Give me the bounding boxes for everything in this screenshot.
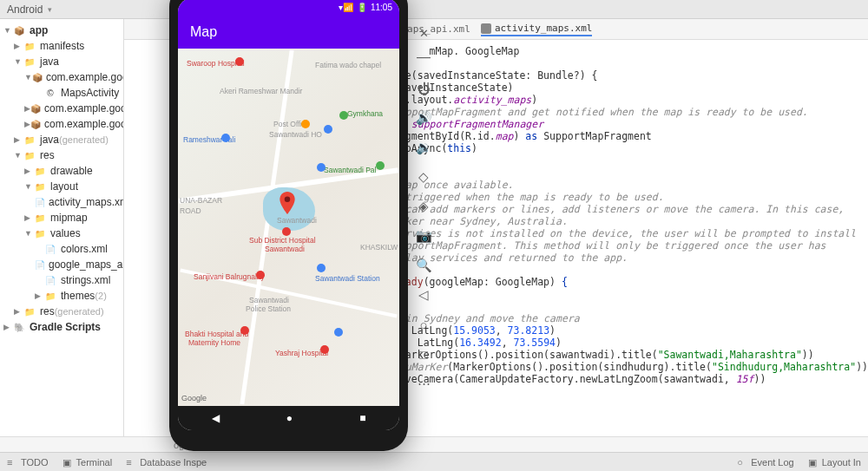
android-nav-bar: ◀ ● ■: [178, 406, 399, 430]
tool-icon: ≡: [7, 457, 17, 468]
tree-item-values[interactable]: ▼📁values: [0, 226, 123, 241]
tree-item-java[interactable]: ▼📁java: [0, 54, 123, 69]
tree-arrow-icon[interactable]: ▼: [24, 73, 32, 82]
tool-window-tab[interactable]: ○Event Log: [737, 457, 794, 468]
nav-overview-icon[interactable]: ■: [359, 412, 365, 424]
tree-label: java: [40, 134, 59, 146]
view-dropdown[interactable]: Android: [7, 3, 43, 16]
emulator-volume-down-icon[interactable]: 🔉: [415, 139, 432, 156]
tree-label: res: [40, 149, 55, 161]
tree-item-com-example-googlemapsact[interactable]: ▶📦com.example.googlemapsact: [0, 101, 123, 116]
tree-arrow-icon[interactable]: ▶: [24, 120, 30, 128]
gradle-icon: 🐘: [12, 321, 26, 333]
phone-screen[interactable]: ▾📶 🔋 11:05 Map Google Swaroop HospitalFa…: [178, 0, 399, 430]
tree-item-mipmap[interactable]: ▶📁mipmap: [0, 210, 123, 226]
map-poi-icon[interactable]: [317, 264, 326, 272]
emulator-home-icon[interactable]: ○: [415, 316, 432, 333]
tree-arrow-icon[interactable]: ▼: [24, 229, 33, 238]
tree-arrow-icon[interactable]: ▶: [3, 323, 12, 331]
module-icon: 📦: [12, 24, 26, 36]
tool-window-tab[interactable]: ▣Layout In: [808, 457, 861, 468]
tree-item-app[interactable]: ▼📦app: [0, 23, 123, 38]
emulator-more-icon[interactable]: ⋯: [415, 375, 432, 392]
tree-item-manifests[interactable]: ▶📁manifests: [0, 38, 123, 54]
bottom-right-tools: ○Event Log▣Layout In: [737, 457, 861, 468]
tool-window-tab[interactable]: ▣Terminal: [62, 457, 113, 468]
tree-item-java[interactable]: ▶📁java (generated): [0, 132, 123, 147]
tree-item-res[interactable]: ▼📁res: [0, 147, 123, 163]
map-poi-icon[interactable]: [221, 134, 230, 142]
tree-item-strings-xml[interactable]: 📄strings.xml: [0, 272, 123, 288]
emulator-overview-icon[interactable]: □: [415, 345, 432, 363]
file-icon: [481, 23, 491, 34]
emulator-screenshot-icon[interactable]: 📷: [415, 227, 432, 245]
emulator-rotate-right-icon[interactable]: ◈: [415, 198, 432, 215]
map-poi-icon[interactable]: [317, 163, 326, 172]
emulator-minimize-icon[interactable]: —: [415, 49, 432, 66]
tree-arrow-icon[interactable]: ▶: [14, 307, 23, 316]
folder-icon: 📁: [33, 180, 47, 193]
map-poi-icon[interactable]: [320, 345, 329, 354]
emulator-zoom-icon[interactable]: 🔍: [415, 257, 432, 274]
map-poi-icon[interactable]: [324, 125, 332, 134]
folder-icon: 📁: [33, 227, 47, 239]
map-poi-icon[interactable]: [376, 161, 385, 170]
tree-arrow-icon[interactable]: ▼: [3, 26, 12, 35]
tree-label: activity_maps.xml: [49, 196, 124, 208]
emulator-close-icon[interactable]: ✕: [415, 24, 432, 42]
tree-arrow-icon[interactable]: ▼: [14, 151, 23, 160]
tree-label: strings.xml: [61, 274, 110, 286]
emulator-power-icon[interactable]: ⏻: [415, 80, 432, 97]
emulator-toolbar: ✕ — ⏻🔊🔉◇◈📷🔍◁○□⋯: [411, 24, 436, 392]
emulator-back-icon[interactable]: ◁: [415, 286, 432, 304]
tree-arrow-icon[interactable]: ▼: [24, 182, 33, 191]
tree-label: com.example.googlemapsact: [44, 118, 124, 130]
map-poi-icon[interactable]: [339, 111, 348, 120]
tree-item-com-example-googlemapsact[interactable]: ▶📦com.example.googlemapsact: [0, 116, 123, 132]
tree-arrow-icon[interactable]: ▶: [14, 42, 23, 50]
tree-arrow-icon[interactable]: ▶: [24, 167, 33, 175]
tree-item-com-example-googlemapsact[interactable]: ▼📦com.example.googlemapsact: [0, 69, 123, 85]
tree-item-mapsactivity[interactable]: ©MapsActivity: [0, 85, 123, 101]
tree-label: manifests: [40, 40, 84, 52]
map-view[interactable]: Google Swaroop HospitalFatima wado chape…: [178, 49, 399, 406]
wifi-icon: ▾📶: [339, 3, 353, 12]
package-icon: 📦: [32, 71, 43, 83]
tab-label: activity_maps.xml: [495, 23, 593, 35]
tree-item-res[interactable]: ▶📁res (generated): [0, 304, 123, 319]
tool-icon: ▣: [62, 457, 73, 468]
tree-arrow-icon[interactable]: ▶: [35, 291, 43, 300]
tree-arrow-icon[interactable]: ▶: [24, 213, 33, 222]
tool-icon: ○: [737, 457, 747, 468]
emulator-volume-up-icon[interactable]: 🔊: [415, 109, 432, 127]
nav-back-icon[interactable]: ◀: [212, 412, 220, 424]
tree-item-gradle-scripts[interactable]: ▶🐘Gradle Scripts: [0, 319, 123, 335]
tree-item-themes[interactable]: ▶📁themes (2): [0, 288, 123, 304]
status-bar: ▾📶 🔋 11:05: [178, 0, 399, 16]
tool-window-tab[interactable]: ≡Database Inspe: [126, 457, 207, 468]
tree-item-colors-xml[interactable]: 📄colors.xml: [0, 241, 123, 257]
tree-arrow-icon[interactable]: ▼: [14, 57, 23, 66]
map-poi-icon[interactable]: [282, 227, 291, 236]
map-label: Sawantwadi HO: [269, 130, 322, 139]
tree-item-layout[interactable]: ▼📁layout: [0, 179, 123, 194]
map-poi-icon[interactable]: [256, 271, 265, 279]
map-poi-icon[interactable]: [301, 120, 310, 128]
tool-window-tab[interactable]: ≡TODO: [7, 457, 49, 468]
tree-item-google-maps-api-xml[interactable]: 📄google_maps_api.xml (de: [0, 257, 123, 272]
map-marker-icon[interactable]: [279, 192, 295, 214]
map-label: ROAD: [180, 206, 201, 215]
map-poi-icon[interactable]: [334, 328, 343, 337]
map-label: Sawantwadi: [249, 296, 289, 304]
tree-arrow-icon[interactable]: ▶: [24, 104, 30, 113]
map-poi-icon[interactable]: [235, 57, 244, 66]
editor-tab[interactable]: activity_maps.xml: [481, 23, 593, 36]
battery-icon: 🔋: [357, 3, 367, 12]
tree-arrow-icon[interactable]: ▶: [14, 135, 23, 144]
map-poi-icon[interactable]: [240, 326, 249, 335]
folder-icon: 📁: [33, 212, 47, 224]
tree-item-drawable[interactable]: ▶📁drawable: [0, 163, 123, 179]
tree-item-activity-maps-xml[interactable]: 📄activity_maps.xml: [0, 194, 123, 210]
emulator-rotate-left-icon[interactable]: ◇: [415, 168, 432, 186]
nav-home-icon[interactable]: ●: [286, 412, 293, 424]
